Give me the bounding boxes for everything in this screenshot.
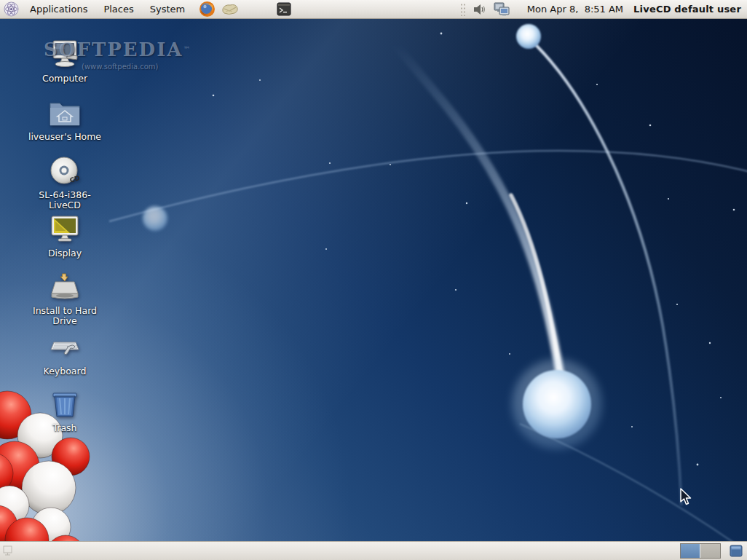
electron-trail [396,45,562,387]
desktop-icon-trash[interactable]: Trash [25,389,105,433]
desktop-icon-keyboard[interactable]: Keyboard [25,332,105,376]
menu-places[interactable]: Places [95,0,141,18]
menu-applications[interactable]: Applications [22,0,95,18]
workspace-1-button[interactable] [681,544,700,558]
firefox-icon[interactable] [199,1,216,17]
show-desktop-icon [3,545,12,556]
computer-icon [48,39,82,71]
desktop-icon-label: Keyboard [44,366,87,376]
show-desktop-button[interactable] [0,543,15,560]
trash-icon [48,389,82,421]
desktop-icon-label: SL-64-i386-LiveCD [25,190,105,210]
workspace-switcher [680,543,721,559]
menu-system[interactable]: System [142,0,193,18]
electron-small [516,24,541,49]
desktop-icon-computer[interactable]: Computer [25,39,105,84]
window-list-icon [730,545,743,557]
desktop[interactable]: SOFTPEDIA™ (www.softpedia.com) Computer [0,19,747,541]
desktop-icon-label: liveuser's Home [28,132,101,142]
terminal-icon[interactable] [277,2,291,16]
applet-drag-handle[interactable] [460,3,466,16]
volume-icon[interactable] [472,2,486,17]
electron-large [523,370,591,438]
top-panel: Applications Places System [0,0,747,19]
display-icon [48,214,82,246]
window-list-applet[interactable] [730,545,743,557]
desktop-icon-label: Install to Hard Drive [25,306,105,326]
wallpaper [0,19,747,541]
home-folder-icon [48,98,82,130]
desktop-icon-label: Trash [52,423,76,433]
desktop-icon-livecd[interactable]: CD SL-64-i386-LiveCD [25,156,105,210]
stars [213,33,735,466]
desktop-icon-label: Computer [42,74,87,84]
cd-disc-icon: CD [48,156,82,188]
user-switcher[interactable]: LiveCD default user [633,4,741,15]
network-icon[interactable] [492,1,511,17]
bottom-panel [0,541,747,560]
orbit-arc-horizontal [109,151,747,221]
desktop-icon-display[interactable]: Display [25,214,105,259]
scientific-linux-logo-icon[interactable] [4,1,19,17]
desktop-icon-home[interactable]: liveuser's Home [25,98,105,142]
screen: Applications Places System [0,0,747,560]
desktop-icon-label: Display [48,248,82,259]
hard-drive-icon [48,272,82,304]
workspace-2-button[interactable] [700,544,720,558]
desktop-icon-install[interactable]: Install to Hard Drive [25,272,105,326]
mail-launcher-icon[interactable] [221,2,239,17]
keyboard-icon [48,332,82,364]
clock[interactable]: Mon Apr 8, 8:51 AM [527,4,623,15]
electron-faint [143,206,167,231]
